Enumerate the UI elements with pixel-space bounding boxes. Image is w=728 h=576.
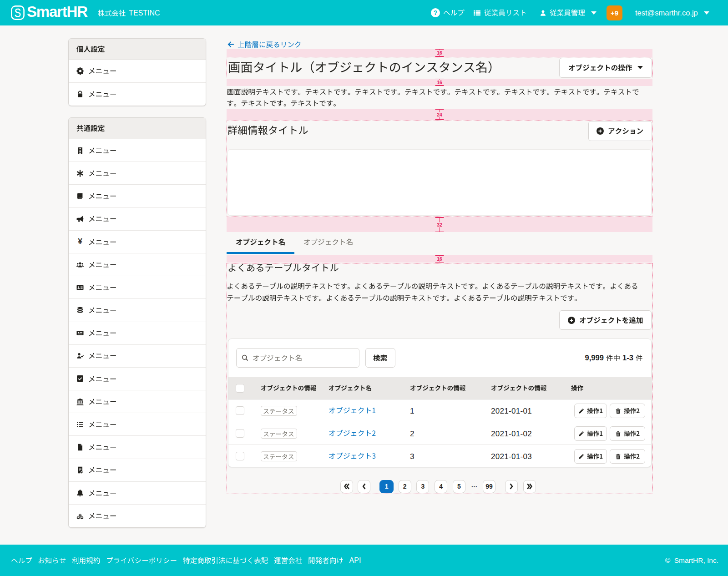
svg-text:?: ? <box>434 10 437 16</box>
